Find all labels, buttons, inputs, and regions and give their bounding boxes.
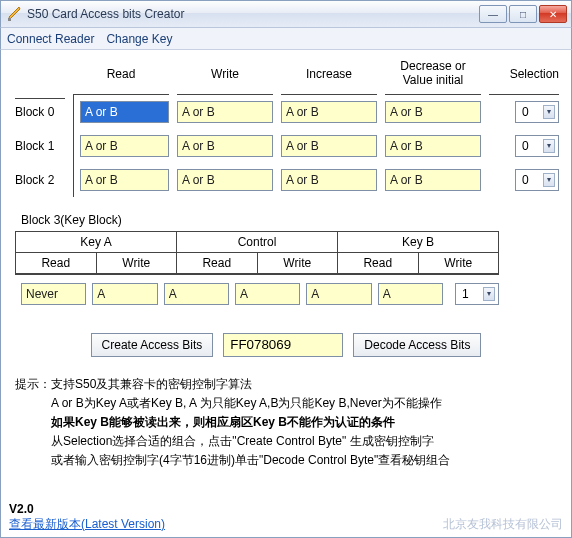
block1-write[interactable] [177,135,273,157]
block2-write[interactable] [177,169,273,191]
block0-read[interactable] [80,101,169,123]
titlebar: S50 Card Access bits Creator — □ ✕ [0,0,572,28]
window-buttons: — □ ✕ [479,5,567,23]
block1-decrease[interactable] [385,135,481,157]
action-row: Create Access Bits Decode Access Bits [15,333,557,357]
create-access-bits-button[interactable]: Create Access Bits [91,333,214,357]
decode-access-bits-button[interactable]: Decode Access Bits [353,333,481,357]
hint-line4: 从Selection选择合适的组合，点击"Create Control Byte… [15,432,557,451]
block2-read[interactable] [80,169,169,191]
keyb-write[interactable] [378,283,443,305]
keyb-write-header: Write [419,253,500,273]
control-read[interactable] [164,283,229,305]
maximize-button[interactable]: □ [509,5,537,23]
control-write-header: Write [258,253,339,273]
block1-read[interactable] [80,135,169,157]
header-keyb: Key B [338,232,499,252]
footer: V2.0 查看最新版本(Latest Version) 北京友我科技有限公司 [9,502,563,533]
chevron-down-icon: ▾ [543,139,555,153]
hint-line1: 支持S50及其兼容卡的密钥控制字算法 [51,377,252,391]
control-write[interactable] [235,283,300,305]
block2-selection[interactable]: 0▾ [515,169,559,191]
block0-decrease[interactable] [385,101,481,123]
keyb-read[interactable] [306,283,371,305]
menubar: Connect Reader Change Key [0,28,572,50]
block2-label: Block 2 [15,167,65,193]
header-keya: Key A [16,232,177,252]
hints: 提示：支持S50及其兼容卡的密钥控制字算法 A or B为Key A或者Key … [15,375,557,471]
menu-change-key[interactable]: Change Key [106,32,172,46]
chevron-down-icon: ▾ [483,287,495,301]
hint-line3: 如果Key B能够被读出来，则相应扇区Key B不能作为认证的条件 [15,413,557,432]
block2-increase[interactable] [281,169,377,191]
keya-read[interactable] [21,283,86,305]
block3-label: Block 3(Key Block) [21,213,557,227]
blocks-grid: Read Write Increase Decrease or Value in… [15,60,557,197]
block0-label: Block 0 [15,98,65,125]
latest-version-link[interactable]: 查看最新版本(Latest Version) [9,517,165,531]
block3-selection[interactable]: 1▾ [455,283,499,305]
header-write: Write [177,67,273,87]
version-label: V2.0 [9,502,165,516]
svg-rect-0 [8,18,11,21]
minimize-button[interactable]: — [479,5,507,23]
block0-increase[interactable] [281,101,377,123]
block1-label: Block 1 [15,133,65,159]
app-icon [7,6,23,22]
company-label: 北京友我科技有限公司 [443,516,563,533]
content-area: Read Write Increase Decrease or Value in… [0,50,572,538]
hint-line2: A or B为Key A或者Key B, A 为只能Key A,B为只能Key … [15,394,557,413]
header-control: Control [177,232,338,252]
block0-selection[interactable]: 0▾ [515,101,559,123]
header-decrease: Decrease or Value initial [385,60,481,94]
block3-section: Block 3(Key Block) Key A Control Key B R… [15,213,557,311]
chevron-down-icon: ▾ [543,105,555,119]
block1-increase[interactable] [281,135,377,157]
block2-decrease[interactable] [385,169,481,191]
access-bits-result[interactable] [223,333,343,357]
keya-read-header: Read [16,253,97,273]
control-read-header: Read [177,253,258,273]
hint-label: 提示： [15,377,51,391]
keya-write-header: Write [97,253,178,273]
menu-connect-reader[interactable]: Connect Reader [7,32,94,46]
header-increase: Increase [281,67,377,87]
chevron-down-icon: ▾ [543,173,555,187]
keya-write[interactable] [92,283,157,305]
header-selection: Selection [489,67,559,87]
block0-write[interactable] [177,101,273,123]
window-title: S50 Card Access bits Creator [27,7,184,21]
header-read: Read [73,67,169,87]
close-button[interactable]: ✕ [539,5,567,23]
hint-line5: 或者输入密钥控制字(4字节16进制)单击"Decode Control Byte… [15,451,557,470]
block1-selection[interactable]: 0▾ [515,135,559,157]
keyb-read-header: Read [338,253,419,273]
